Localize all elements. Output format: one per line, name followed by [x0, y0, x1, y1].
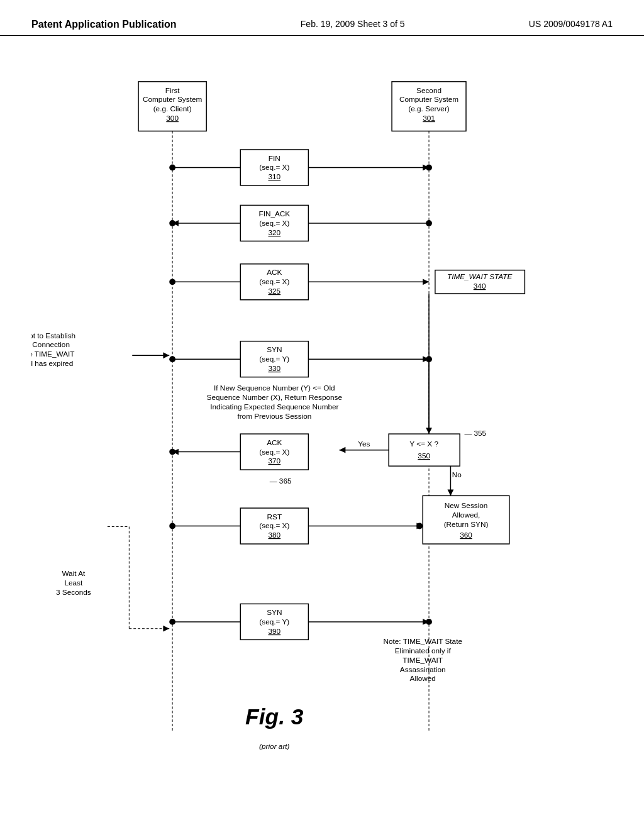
svg-text:Sequence Number (X), Return Re: Sequence Number (X), Return Response	[207, 393, 343, 401]
svg-text:period has expired: period has expired	[31, 359, 73, 367]
svg-text:SYN: SYN	[267, 345, 282, 353]
svg-text:370: 370	[268, 456, 280, 465]
svg-marker-101	[163, 626, 169, 632]
svg-text:Wait At: Wait At	[62, 569, 86, 577]
svg-text:(e.g. Server): (e.g. Server)	[408, 104, 450, 113]
svg-text:No: No	[452, 470, 462, 479]
svg-text:First: First	[165, 86, 180, 94]
svg-text:TIME_WAIT STATE: TIME_WAIT STATE	[447, 272, 513, 280]
svg-text:Fig. 3: Fig. 3	[245, 704, 304, 729]
svg-text:330: 330	[268, 364, 280, 372]
svg-marker-37	[423, 279, 429, 285]
svg-text:FIN_ACK: FIN_ACK	[258, 209, 290, 218]
svg-text:(e.g. Client): (e.g. Client)	[153, 104, 192, 113]
svg-text:301: 301	[423, 114, 435, 122]
svg-rect-62	[389, 434, 460, 466]
svg-text:Allowed: Allowed	[410, 674, 436, 682]
svg-text:— 355: — 355	[464, 429, 486, 437]
svg-text:(seq.= X): (seq.= X)	[259, 277, 289, 285]
svg-text:RST: RST	[267, 512, 282, 521]
page: Patent Application Publication Feb. 19, …	[0, 0, 644, 830]
header-left: Patent Application Publication	[31, 19, 177, 30]
svg-text:3 Seconds: 3 Seconds	[56, 588, 91, 596]
svg-text:TIME_WAIT: TIME_WAIT	[402, 656, 443, 664]
svg-text:(prior art): (prior art)	[259, 742, 290, 750]
svg-text:Y <= X ?: Y <= X ?	[409, 440, 438, 448]
svg-text:Second: Second	[416, 86, 441, 94]
svg-text:320: 320	[268, 228, 280, 236]
svg-text:ACK: ACK	[267, 438, 282, 446]
svg-text:from Previous Session: from Previous Session	[237, 412, 311, 420]
svg-text:Assassination: Assassination	[400, 665, 446, 673]
svg-text:325: 325	[268, 287, 280, 295]
svg-text:310: 310	[268, 172, 280, 180]
svg-marker-79	[448, 490, 454, 496]
svg-text:300: 300	[166, 114, 179, 122]
svg-text:(seq.= X): (seq.= X)	[259, 219, 289, 227]
svg-text:Computer System: Computer System	[143, 95, 202, 103]
header-center: Feb. 19, 2009 Sheet 3 of 5	[301, 19, 405, 29]
svg-text:(Return SYN): (Return SYN)	[444, 520, 489, 528]
svg-text:360: 360	[460, 531, 472, 539]
svg-text:(seq.= Y): (seq.= Y)	[259, 617, 289, 626]
svg-text:(seq.= Y): (seq.= Y)	[259, 355, 289, 363]
svg-marker-67	[340, 447, 346, 453]
svg-text:Eliminated only if: Eliminated only if	[395, 646, 452, 655]
svg-text:380: 380	[268, 531, 280, 539]
svg-text:(seq.= X): (seq.= X)	[259, 448, 289, 456]
header-right: US 2009/0049178 A1	[529, 19, 613, 29]
svg-text:390: 390	[268, 627, 280, 635]
svg-text:350: 350	[418, 451, 430, 460]
svg-text:SYN: SYN	[267, 608, 282, 616]
svg-text:New Session: New Session	[445, 501, 488, 509]
svg-text:Least: Least	[64, 578, 83, 587]
svg-text:FIN: FIN	[269, 154, 280, 162]
svg-text:Indicating Expected Sequence N: Indicating Expected Sequence Number	[210, 402, 338, 411]
svg-text:Note: TIME_WAIT State: Note: TIME_WAIT State	[383, 637, 462, 645]
svg-text:Computer System: Computer System	[399, 95, 458, 103]
svg-text:Before TIME_WAIT: Before TIME_WAIT	[31, 350, 74, 358]
header: Patent Application Publication Feb. 19, …	[0, 0, 644, 36]
svg-text:— 365: — 365	[270, 477, 292, 485]
svg-text:New Connection: New Connection	[31, 340, 70, 348]
svg-marker-46	[163, 352, 169, 358]
svg-text:Allowed,: Allowed,	[452, 511, 480, 519]
svg-text:If New Sequence Number (Y) <= : If New Sequence Number (Y) <= Old	[214, 384, 335, 392]
svg-text:ACK: ACK	[267, 268, 282, 276]
svg-text:Yes: Yes	[358, 440, 370, 448]
diagram-container: First Computer System (e.g. Client) 300 …	[31, 75, 613, 799]
diagram-svg: First Computer System (e.g. Client) 300 …	[31, 75, 613, 799]
svg-text:(seq.= X): (seq.= X)	[259, 163, 289, 171]
svg-text:(seq.= X): (seq.= X)	[259, 521, 289, 529]
svg-text:340: 340	[474, 282, 486, 290]
svg-text:Attempt to Establish: Attempt to Establish	[31, 331, 75, 340]
